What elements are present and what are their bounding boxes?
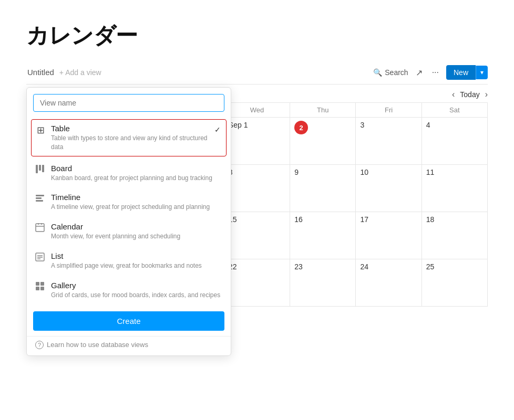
calendar-option-desc: Month view, for event planning and sched… — [51, 232, 222, 241]
timeline-option-content: Timeline A timeline view, great for proj… — [51, 193, 222, 212]
table-cell[interactable]: 25 — [422, 259, 487, 307]
view-option-gallery[interactable]: Gallery Grid of cards, use for mood boar… — [27, 276, 231, 305]
board-option-desc: Kanban board, great for project planning… — [51, 174, 222, 183]
list-option-content: List A simplified page view, great for b… — [51, 251, 222, 270]
calendar-icon — [35, 223, 45, 235]
view-option-list[interactable]: List A simplified page view, great for b… — [27, 246, 231, 276]
board-option-content: Board Kanban board, great for project pl… — [51, 164, 222, 183]
calendar-option-content: Calendar Month view, for event planning … — [51, 222, 222, 241]
list-option-title: List — [51, 251, 222, 260]
table-cell[interactable]: 15 — [224, 212, 290, 259]
next-month-button[interactable]: › — [485, 90, 488, 99]
table-option-desc: Table with types to store and view any k… — [51, 134, 208, 152]
col-wed: Wed — [224, 103, 290, 118]
svg-rect-6 — [36, 224, 44, 232]
table-icon: ⊞ — [37, 124, 45, 136]
toolbar-right: 🔍 Search ↗ ··· New ▾ — [373, 65, 488, 80]
table-option-title: Table — [51, 124, 208, 133]
table-cell[interactable]: 22 — [224, 259, 290, 307]
table-check-icon: ✓ — [214, 125, 221, 134]
board-icon — [35, 164, 45, 176]
gallery-icon — [35, 281, 45, 293]
new-button-dropdown[interactable]: ▾ — [476, 66, 488, 79]
table-cell[interactable]: 18 — [422, 212, 487, 259]
table-cell[interactable]: 8 — [224, 165, 290, 212]
help-icon: ? — [35, 341, 44, 349]
view-option-table[interactable]: ⊞ Table Table with types to store and vi… — [31, 119, 227, 156]
calendar-option-title: Calendar — [51, 222, 222, 231]
col-sat: Sat — [422, 103, 487, 118]
table-cell[interactable]: 9 — [290, 165, 356, 212]
table-option-content: Table Table with types to store and view… — [51, 124, 208, 152]
table-cell[interactable]: 11 — [422, 165, 487, 212]
view-option-board[interactable]: Board Kanban board, great for project pl… — [27, 159, 231, 188]
table-cell[interactable]: 16 — [290, 212, 356, 259]
prev-month-button[interactable]: ‹ — [452, 90, 455, 99]
svg-rect-1 — [39, 165, 41, 171]
svg-rect-2 — [42, 165, 44, 172]
search-label: Search — [385, 68, 408, 77]
more-options-button[interactable]: ··· — [430, 67, 441, 78]
new-btn-group: New ▾ — [446, 65, 488, 80]
table-cell[interactable]: 23 — [290, 259, 356, 307]
today-label[interactable]: Today — [460, 90, 479, 99]
view-option-calendar[interactable]: Calendar Month view, for event planning … — [27, 217, 231, 246]
svg-rect-5 — [36, 200, 43, 202]
list-option-desc: A simplified page view, great for bookma… — [51, 261, 222, 270]
svg-rect-4 — [36, 197, 42, 199]
search-button[interactable]: 🔍 Search — [373, 68, 408, 77]
table-cell[interactable]: 24 — [356, 259, 422, 307]
svg-rect-17 — [40, 287, 44, 290]
view-type-dropdown: ⊞ Table Table with types to store and vi… — [26, 87, 231, 356]
page-title: カレンダー — [26, 21, 488, 50]
timeline-option-desc: A timeline view, great for project sched… — [51, 203, 222, 212]
view-name-input[interactable] — [33, 94, 224, 112]
svg-rect-14 — [36, 282, 39, 286]
svg-rect-3 — [36, 195, 44, 196]
list-icon — [35, 252, 45, 264]
table-cell[interactable]: 2 — [290, 118, 356, 165]
svg-rect-16 — [36, 287, 39, 290]
gallery-option-content: Gallery Grid of cards, use for mood boar… — [51, 281, 222, 300]
view-option-timeline[interactable]: Timeline A timeline view, great for proj… — [27, 187, 231, 217]
learn-label: Learn how to use database views — [47, 341, 148, 349]
board-option-title: Board — [51, 164, 222, 173]
table-cell[interactable]: 17 — [356, 212, 422, 259]
table-cell[interactable]: Sep 1 — [224, 118, 290, 165]
svg-rect-15 — [40, 282, 44, 286]
col-fri: Fri — [356, 103, 422, 118]
svg-rect-0 — [36, 165, 38, 173]
col-thu: Thu — [290, 103, 356, 118]
view-tab-untitled[interactable]: Untitled — [26, 66, 55, 80]
gallery-option-title: Gallery — [51, 281, 222, 290]
add-view-button[interactable]: + Add a view — [59, 68, 101, 77]
learn-link[interactable]: ? Learn how to use database views — [27, 336, 231, 355]
create-view-button[interactable]: Create — [33, 311, 224, 331]
timeline-option-title: Timeline — [51, 193, 222, 202]
gallery-option-desc: Grid of cards, use for mood boards, inde… — [51, 291, 222, 300]
table-cell[interactable]: 10 — [356, 165, 422, 212]
expand-button[interactable]: ↗ — [414, 67, 425, 79]
table-cell[interactable]: 4 — [422, 118, 487, 165]
table-cell[interactable]: 3 — [356, 118, 422, 165]
toolbar-left: Untitled + Add a view — [26, 66, 101, 80]
search-icon: 🔍 — [373, 68, 382, 77]
toolbar: Untitled + Add a view 🔍 Search ↗ ··· New… — [26, 65, 488, 85]
timeline-icon — [35, 193, 45, 205]
new-button[interactable]: New — [446, 65, 476, 80]
